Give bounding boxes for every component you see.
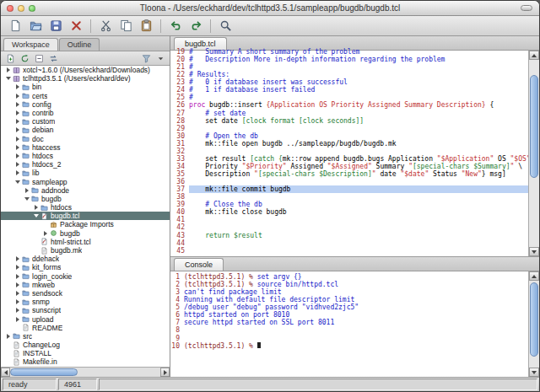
disclosure-triangle[interactable]: [4, 334, 12, 339]
tree-item-custom[interactable]: custom: [1, 117, 170, 126]
tree-item-makefile-in[interactable]: Makefile.in: [1, 357, 170, 366]
tree-item-sendsock[interactable]: sendsock: [1, 289, 170, 298]
tree-item-bugdb[interactable]: bugdb: [1, 229, 170, 238]
disclosure-triangle[interactable]: [14, 291, 21, 296]
filter-button[interactable]: [139, 52, 153, 65]
sidebar-tab-outline[interactable]: Outline: [59, 38, 100, 51]
tree-item-install[interactable]: INSTALL: [1, 349, 170, 357]
collapse-all-button[interactable]: [32, 52, 46, 65]
scroll-left-button[interactable]: [1, 368, 10, 377]
disclosure-triangle[interactable]: [32, 205, 40, 210]
new-file-button[interactable]: [6, 18, 24, 35]
disclosure-triangle[interactable]: [14, 145, 21, 150]
tree-item-src[interactable]: src: [1, 332, 170, 341]
minimize-window-button[interactable]: [18, 5, 24, 12]
code-editor[interactable]: 19# Summary A short summary of the probl…: [170, 48, 528, 256]
disclosure-triangle[interactable]: [41, 231, 49, 236]
scrollbar-thumb[interactable]: [530, 75, 538, 178]
titlebar[interactable]: Tloona - /Users/eckhard/dev/tclhttpd3.5.…: [1, 1, 539, 16]
tree-item-lib[interactable]: lib: [1, 169, 170, 177]
tree-item-doc[interactable]: doc: [1, 135, 170, 143]
toolbar-toggle-button[interactable]: [521, 5, 532, 11]
disclosure-triangle[interactable]: [14, 127, 21, 132]
disclosure-triangle[interactable]: [14, 299, 21, 304]
tree-item-mkweb[interactable]: mkweb: [1, 281, 170, 289]
scroll-up-button[interactable]: [529, 51, 539, 60]
tree-item-snmp[interactable]: snmp: [1, 298, 170, 306]
tree-item-htaccess[interactable]: htaccess: [1, 143, 170, 152]
tree-item-config[interactable]: config: [1, 100, 170, 109]
disclosure-triangle[interactable]: [14, 308, 21, 313]
zoom-window-button[interactable]: [29, 5, 35, 12]
tree-item-htdocs[interactable]: htdocs: [1, 152, 170, 160]
tree-item-debian[interactable]: debian: [1, 126, 170, 134]
tree-item-htdocs[interactable]: htdocs: [1, 203, 170, 212]
save-file-button[interactable]: [46, 18, 65, 35]
search-button[interactable]: [216, 18, 235, 35]
console-scrollbar[interactable]: [528, 271, 539, 377]
disclosure-triangle[interactable]: [14, 282, 21, 287]
sidebar-horizontal-scrollbar[interactable]: [1, 367, 170, 377]
disclosure-triangle[interactable]: [14, 317, 21, 322]
close-window-button[interactable]: [7, 5, 14, 12]
open-file-button[interactable]: [26, 18, 45, 35]
add-file-button[interactable]: [3, 52, 17, 65]
disclosure-triangle[interactable]: [14, 119, 21, 124]
copy-button[interactable]: [116, 18, 135, 35]
view-menu-button[interactable]: [154, 52, 167, 65]
disclosure-triangle[interactable]: [14, 153, 21, 158]
disclosure-triangle[interactable]: [14, 110, 21, 115]
tree-item-bin[interactable]: bin: [1, 83, 170, 91]
console-tab[interactable]: Console: [174, 258, 224, 271]
tree-item-upload[interactable]: upload: [1, 314, 170, 323]
disclosure-triangle[interactable]: [14, 265, 21, 270]
disclosure-triangle[interactable]: [23, 197, 30, 201]
tree-item-html-strict-tcl[interactable]: html-strict.tcl: [1, 238, 170, 246]
scrollbar-track[interactable]: [10, 368, 160, 377]
disclosure-triangle[interactable]: [4, 67, 12, 72]
redo-button[interactable]: [186, 18, 205, 35]
tree-item-sunscript[interactable]: sunscript: [1, 306, 170, 314]
tree-item-addnode[interactable]: addnode: [1, 186, 170, 195]
tree-item-xotcl-1-6-0-users-eckhard-downloads[interactable]: xotcl~1.6.0 (/Users/eckhard/Downloads): [1, 66, 170, 74]
disclosure-triangle[interactable]: [32, 214, 40, 217]
sync-editor-button[interactable]: [46, 52, 60, 65]
disclosure-triangle[interactable]: [23, 188, 30, 193]
tree-item-changelog[interactable]: ChangeLog: [1, 341, 170, 349]
disclosure-triangle[interactable]: [14, 256, 21, 261]
tree-item-login-cookie[interactable]: login_cookie: [1, 272, 170, 281]
tree-item-kit-forms[interactable]: kit_forms: [1, 263, 170, 271]
disclosure-triangle[interactable]: [14, 84, 21, 89]
disclosure-triangle[interactable]: [14, 102, 21, 107]
disclosure-triangle[interactable]: [14, 180, 21, 184]
tree-item-readme[interactable]: README: [1, 324, 170, 332]
scroll-down-button[interactable]: [529, 368, 539, 377]
scrollbar-track[interactable]: [529, 60, 539, 247]
tree-item-certs[interactable]: certs: [1, 92, 170, 100]
scroll-right-button[interactable]: [160, 368, 170, 377]
editor-scrollbar[interactable]: [528, 51, 539, 256]
file-tree[interactable]: xotcl~1.6.0 (/Users/eckhard/Downloads)tc…: [1, 66, 170, 367]
tree-item-sampleapp[interactable]: sampleapp: [1, 177, 170, 185]
undo-button[interactable]: [166, 18, 185, 35]
disclosure-triangle[interactable]: [14, 137, 21, 142]
disclosure-triangle[interactable]: [14, 274, 21, 279]
cut-button[interactable]: [96, 18, 115, 35]
tree-item-ddehack[interactable]: ddehack: [1, 255, 170, 263]
console-output[interactable]: 1(tclhttpd3.5.1) % set argv {}2(tclhttpd…: [170, 271, 528, 377]
scroll-down-button[interactable]: [529, 247, 539, 256]
sidebar-tab-workspace[interactable]: Workspace: [3, 38, 58, 51]
tree-item-tclhttpd3-5-1-users-eckhard-dev[interactable]: tclhttpd3.5.1 (/Users/eckhard/dev): [1, 74, 170, 83]
disclosure-triangle[interactable]: [14, 162, 21, 167]
refresh-button[interactable]: [18, 52, 31, 65]
scrollbar-track[interactable]: [529, 281, 539, 368]
scrollbar-thumb[interactable]: [10, 368, 78, 376]
tree-item-bugdb-tcl[interactable]: bugdb.tcl: [1, 212, 170, 220]
tree-item-htdocs-2[interactable]: htdocs_2: [1, 160, 170, 169]
disclosure-triangle[interactable]: [14, 170, 21, 175]
tree-item-bugdb[interactable]: bugdb: [1, 195, 170, 203]
tree-item-bugdb-mk[interactable]: bugdb.mk: [1, 246, 170, 255]
scroll-up-button[interactable]: [529, 271, 539, 281]
close-file-button[interactable]: [67, 18, 85, 35]
scrollbar-thumb[interactable]: [530, 282, 538, 357]
